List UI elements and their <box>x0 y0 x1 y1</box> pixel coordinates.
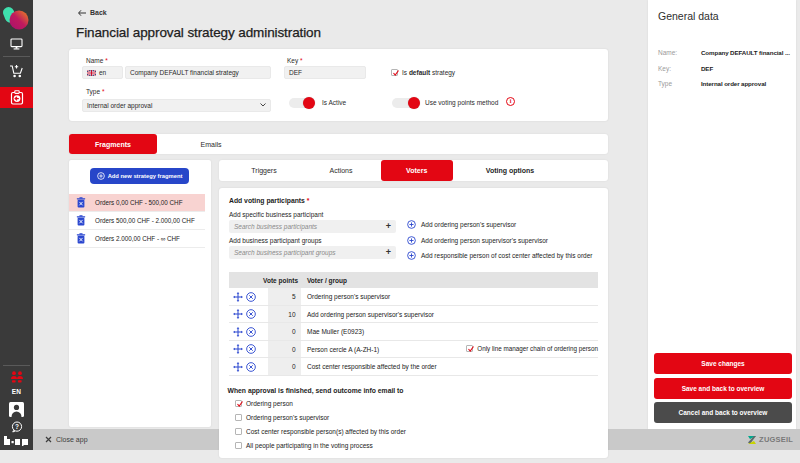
quick-add-label: Add ordering person's supervisor <box>421 221 516 228</box>
specific-participant-label: Add specific business participant <box>229 211 323 218</box>
voter-name: Ordering person's supervisor <box>307 293 390 300</box>
sidebar-divider-bottom <box>3 365 30 366</box>
type-select[interactable]: Internal order approval <box>82 99 271 112</box>
remove-circle-icon[interactable] <box>246 309 256 319</box>
fragment-item[interactable]: Orders 500,00 CHF - 2.000,00 CHF <box>69 212 205 230</box>
app-logo-icon <box>3 5 30 31</box>
sidebar-item-dashboard[interactable] <box>0 37 33 51</box>
vote-points-cell[interactable]: 0 <box>268 323 301 340</box>
key-value: DEF <box>289 69 302 76</box>
users-red-icon <box>9 371 25 383</box>
add-group-plus-icon[interactable]: + <box>386 248 391 257</box>
move-icon[interactable] <box>233 292 243 302</box>
checkbox-checked-icon <box>235 400 242 407</box>
sidebar-item-shop[interactable] <box>0 63 33 79</box>
move-icon[interactable] <box>233 327 243 337</box>
hybris-logo-icon <box>4 436 31 446</box>
voter-row: 10 Add ordering person supervisor's supe… <box>229 306 598 324</box>
email-option-ordering-person[interactable]: Ordering person <box>235 400 293 407</box>
info-icon[interactable]: i <box>506 97 515 106</box>
tab-emails[interactable]: Emails <box>157 134 265 154</box>
email-option-all-participants[interactable]: All people participating in the voting p… <box>235 442 373 449</box>
remove-circle-icon[interactable] <box>246 362 256 372</box>
language-code: en <box>99 69 106 76</box>
chevron-down-icon <box>260 103 266 107</box>
back-link[interactable]: Back <box>78 9 107 16</box>
fragment-item[interactable]: Orders 0,00 CHF - 500,00 CHF <box>69 194 205 212</box>
voter-row: 0 Mae Muller (E0923) <box>229 323 598 341</box>
line-manager-checkbox[interactable]: Only line manager chain of ordering pers… <box>466 345 598 352</box>
language-select[interactable]: en <box>82 66 123 79</box>
save-changes-button[interactable]: Save changes <box>654 353 792 374</box>
name-input[interactable]: Company DEFAULT financial strategy <box>125 66 271 79</box>
default-strategy-checkbox[interactable]: Is default strategy <box>391 69 455 76</box>
gd-name-value: Company DEFAULT financial ... <box>701 49 790 56</box>
sidebar-item-users[interactable] <box>0 371 33 383</box>
remove-circle-icon[interactable] <box>246 344 256 354</box>
sidebar: EN ? <box>0 0 33 450</box>
voter-name: Mae Muller (E0923) <box>307 328 364 335</box>
sidebar-item-profile[interactable] <box>0 402 33 417</box>
save-back-button[interactable]: Save and back to overview <box>654 378 792 399</box>
cancel-back-button[interactable]: Cancel and back to overview <box>654 402 792 423</box>
plus-circle-icon <box>97 172 105 180</box>
is-active-toggle[interactable] <box>289 98 314 108</box>
trash-icon <box>76 215 86 226</box>
participant-groups-label: Add business participant groups <box>229 237 322 244</box>
voters-table: Vote points Voter / group 5 Ordering per… <box>229 272 598 376</box>
search-groups-input[interactable]: Search business participant groups + <box>229 246 396 259</box>
key-input[interactable]: DEF <box>284 66 366 79</box>
voters-panel: Add voting participants * Add specific b… <box>219 188 608 458</box>
sidebar-item-approvals-active[interactable] <box>0 87 33 108</box>
email-option-cost-center[interactable]: Cost center responsible person(s) affect… <box>235 428 406 435</box>
tab-fragments[interactable]: Fragments <box>69 134 157 154</box>
add-strategy-fragment-button[interactable]: Add new strategy fragment <box>90 168 189 184</box>
search-participants-input[interactable]: Search business participants + <box>229 220 396 233</box>
email-option-label: Cost center responsible person(s) affect… <box>246 428 406 435</box>
tab-voting-options[interactable]: Voting options <box>458 160 562 181</box>
vote-points-cell[interactable]: 5 <box>268 288 301 305</box>
voter-name: Cost center responsible affected by the … <box>307 363 437 370</box>
remove-circle-icon[interactable] <box>246 292 256 302</box>
vote-points-cell[interactable]: 0 <box>268 341 301 358</box>
sidebar-item-help[interactable]: ? <box>0 421 33 433</box>
close-icon <box>45 436 52 443</box>
line-manager-label: Only line manager chain of ordering pers… <box>477 345 598 352</box>
voter-row: 0 Cost center responsible affected by th… <box>229 358 598 376</box>
page-title: Financial approval strategy administrati… <box>76 25 321 40</box>
toggle-knob <box>303 97 315 109</box>
add-participant-plus-icon[interactable]: + <box>386 222 391 231</box>
close-app-button[interactable]: Close app <box>45 429 88 450</box>
language-switcher[interactable]: EN <box>0 388 33 395</box>
name-value: Company DEFAULT financial strategy <box>130 69 239 76</box>
key-label: Key * <box>287 57 303 64</box>
add-cost-center-responsible-button[interactable]: Add responsible person of cost center af… <box>407 251 593 260</box>
add-supervisors-supervisor-button[interactable]: Add ordering person supervisor's supervi… <box>407 236 548 245</box>
tab-actions[interactable]: Actions <box>303 160 379 181</box>
fragment-item[interactable]: Orders 2.000,00 CHF - ∞ CHF <box>69 230 205 248</box>
tab-voters[interactable]: Voters <box>381 160 454 181</box>
vote-points-cell[interactable]: 0 <box>268 358 301 375</box>
default-strategy-label: Is default strategy <box>402 69 455 76</box>
add-supervisor-button[interactable]: Add ordering person's supervisor <box>407 220 516 229</box>
general-data-panel: General data Name: Company DEFAULT finan… <box>648 0 796 430</box>
back-arrow-icon <box>78 10 86 16</box>
move-icon[interactable] <box>233 344 243 354</box>
gd-key-value: DEF <box>701 65 713 72</box>
move-icon[interactable] <box>233 309 243 319</box>
header-voter-group: Voter / group <box>307 277 347 284</box>
svg-text:?: ? <box>15 423 19 430</box>
move-icon[interactable] <box>233 362 243 372</box>
gd-type-value: Internal order approval <box>701 80 766 87</box>
voting-method-toggle[interactable] <box>392 98 419 108</box>
email-option-label: Ordering person <box>246 400 293 407</box>
email-option-supervisor[interactable]: Ordering person's supervisor <box>235 414 329 421</box>
remove-circle-icon[interactable] <box>246 327 256 337</box>
search-groups-placeholder: Search business participant groups <box>234 249 336 256</box>
fragment-list: Orders 0,00 CHF - 500,00 CHF Orders 500,… <box>69 194 205 248</box>
gd-key-label: Key: <box>658 65 671 72</box>
vote-points-cell[interactable]: 10 <box>268 306 301 323</box>
zugseil-logo-icon <box>747 435 757 445</box>
voter-row: 0 Person cercle A (A-ZH-1) Only line man… <box>229 341 598 359</box>
tab-triggers[interactable]: Triggers <box>225 160 303 181</box>
